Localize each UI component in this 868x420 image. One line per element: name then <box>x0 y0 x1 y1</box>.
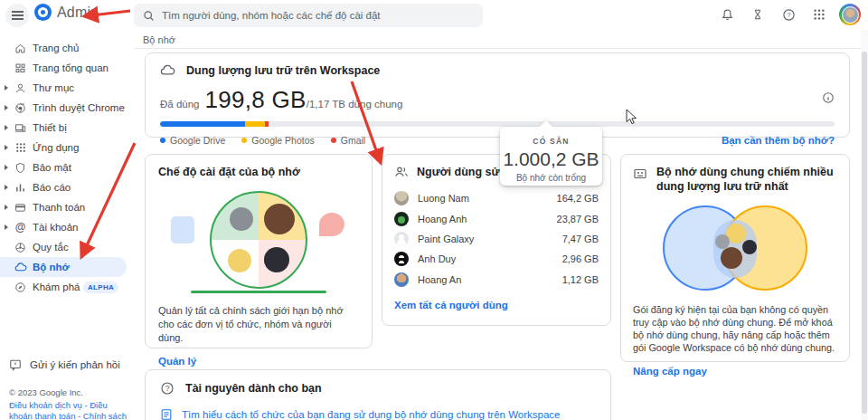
expand-caret-icon[interactable] <box>5 105 8 110</box>
google-admin-logo-icon <box>34 4 52 21</box>
home-icon <box>14 42 27 55</box>
user-avatar <box>394 272 409 287</box>
sidebar-item-trinh-duyet-chrome[interactable]: Trình duyệt Chrome <box>0 98 127 118</box>
tooltip-value: 1.000,2 GB <box>500 148 602 170</box>
available-storage-tooltip: CÓ SẴN 1.000,2 GB Bộ nhớ còn trống <box>500 127 602 186</box>
drive-usage-segment[interactable] <box>160 121 245 127</box>
shared-storage-card: Bộ nhớ dùng chung chiếm nhiều dung lượng… <box>620 154 850 362</box>
user-row[interactable]: Hoang Anh 23,87 GB <box>394 208 599 228</box>
sidebar-item-kham-pha[interactable]: Khám phá ALPHA <box>0 277 127 297</box>
photos-dot-icon <box>241 138 247 143</box>
user-avatar <box>394 252 409 266</box>
user-row[interactable]: Anh Duy 2,96 GB <box>394 249 599 269</box>
sidebar-nav: Trang chủ Trang tổng quan Thư mục Trình … <box>0 30 134 420</box>
decor-heart <box>319 213 344 236</box>
expand-caret-icon[interactable] <box>5 205 8 210</box>
user-row[interactable]: Hoang An 1,12 GB <box>394 270 599 290</box>
compass-icon <box>14 281 27 294</box>
account-avatar[interactable] <box>839 4 861 25</box>
feedback-icon <box>9 358 22 371</box>
manage-link[interactable]: Quản lý <box>158 356 196 367</box>
shared-card-title: Bộ nhớ dùng chung chiếm nhiều dung lượng… <box>656 165 837 195</box>
user-avatar <box>394 191 409 205</box>
drive-dot-icon <box>160 138 165 143</box>
search-bar[interactable] <box>134 4 483 27</box>
help-icon[interactable]: ? <box>778 4 799 25</box>
sidebar-item-bao-mat[interactable]: Bảo mật <box>0 158 127 177</box>
photos-usage-segment[interactable] <box>245 121 265 127</box>
devices-icon <box>14 121 27 135</box>
sidebar-item-thu-muc[interactable]: Thư mục <box>0 78 127 98</box>
sidebar-item-ung-dung[interactable]: Ứng dụng <box>0 138 127 158</box>
feedback-label: Gửi ý kiến phản hồi <box>30 359 120 370</box>
expand-caret-icon[interactable] <box>5 224 8 230</box>
app-logo[interactable]: Admin <box>34 4 99 21</box>
sidebar-item-quy-tac[interactable]: Quy tắc <box>0 237 127 257</box>
storage-legend: Google Drive Google Photos Gmail <box>160 135 365 146</box>
copyright-text: © 2023 Google Inc. <box>9 387 127 398</box>
expand-caret-icon[interactable] <box>5 145 8 150</box>
legend-google-drive: Google Drive <box>160 135 225 146</box>
search-input[interactable] <box>162 10 474 21</box>
at-icon: @ <box>14 221 27 234</box>
chrome-icon <box>14 101 27 115</box>
sidebar-item-bo-nho[interactable]: Bộ nhớ <box>0 257 127 277</box>
learn-shared-storage-link[interactable]: Tìm hiểu cách tổ chức của bạn đang sử dụ… <box>182 409 560 420</box>
expand-caret-icon[interactable] <box>5 185 8 190</box>
gmail-usage-segment[interactable] <box>265 121 269 127</box>
footer-links[interactable]: Điều khoản dịch vụ - Điều khoản thanh to… <box>9 400 127 420</box>
menu-icon[interactable] <box>5 4 29 27</box>
breadcrumb-bar: Bộ nhớ <box>134 30 868 49</box>
expand-caret-icon[interactable] <box>5 85 8 91</box>
cloud-icon <box>14 261 27 274</box>
expand-caret-icon[interactable] <box>5 125 8 130</box>
sidebar-item-trang-chu[interactable]: Trang chủ <box>0 38 127 58</box>
legend-google-photos: Google Photos <box>241 135 314 146</box>
sidebar-item-trang-tong-quan[interactable]: Trang tổng quan <box>0 58 127 78</box>
total-value: /1,17 TB dùng chung <box>307 99 403 110</box>
settings-card-title: Chế độ cài đặt của bộ nhớ <box>158 166 359 178</box>
decor-blob <box>171 216 194 243</box>
alpha-badge: ALPHA <box>83 282 118 293</box>
storage-progress-bar[interactable] <box>160 121 835 127</box>
legend-gmail: Gmail <box>331 135 365 146</box>
sidebar-item-thiet-bi[interactable]: Thiết bị <box>0 118 127 138</box>
used-value: 199,8 GB <box>204 86 306 114</box>
vertical-scrollbar[interactable] <box>861 30 868 420</box>
sidebar-item-thanh-toan[interactable]: Thanh toán <box>0 197 127 217</box>
send-feedback-button[interactable]: Gửi ý kiến phản hồi <box>9 358 120 371</box>
tasks-hourglass-icon[interactable] <box>747 4 769 25</box>
storage-card-title: Dung lượng lưu trữ trên Workspace <box>186 64 380 77</box>
settings-card-body: Quản lý tất cả chính sách giới hạn bộ nh… <box>158 304 359 345</box>
top-bar: Admin ? <box>0 0 868 30</box>
storage-usage-card: Dung lượng lưu trữ trên Workspace Đã dùn… <box>145 52 850 138</box>
people-icon <box>394 165 409 179</box>
user-row[interactable]: Luong Nam 164,2 GB <box>394 188 599 208</box>
article-icon <box>160 408 173 420</box>
need-more-storage-link[interactable]: Bạn cần thêm bộ nhớ? <box>722 135 835 146</box>
apps-grid-icon[interactable] <box>808 4 830 25</box>
dashboard-icon <box>14 62 27 75</box>
tooltip-label: CÓ SẴN <box>500 137 602 146</box>
sidebar-item-tai-khoan[interactable]: @ Tài khoản <box>0 217 127 237</box>
upgrade-now-link[interactable]: Nâng cấp ngay <box>633 366 707 377</box>
shared-drive-icon <box>633 167 647 181</box>
gmail-dot-icon <box>331 138 336 143</box>
app-name: Admin <box>57 5 99 21</box>
person-icon <box>14 81 27 95</box>
notifications-bell-icon[interactable] <box>716 4 738 25</box>
resources-card: ? Tài nguyên dành cho bạn Tìm hiểu cách … <box>145 369 611 420</box>
resources-card-title: Tài nguyên dành cho bạn <box>185 382 322 395</box>
tooltip-subtext: Bộ nhớ còn trống <box>500 173 602 183</box>
google-admin-console: Admin ? Trang chủ <box>0 0 868 420</box>
sidebar-item-bao-cao[interactable]: Báo cáo <box>0 177 127 197</box>
user-row[interactable]: Paint Galaxy 7,47 GB <box>394 229 599 249</box>
expand-caret-icon[interactable] <box>5 165 8 170</box>
used-label: Đã dùng <box>160 99 199 110</box>
shield-icon <box>14 161 27 175</box>
info-icon[interactable] <box>822 91 835 108</box>
avatar-photo <box>842 6 859 24</box>
view-all-users-link[interactable]: Xem tất cả người dùng <box>394 300 508 310</box>
scrollbar-thumb[interactable] <box>862 52 867 414</box>
people-circle-illustration <box>158 191 359 293</box>
